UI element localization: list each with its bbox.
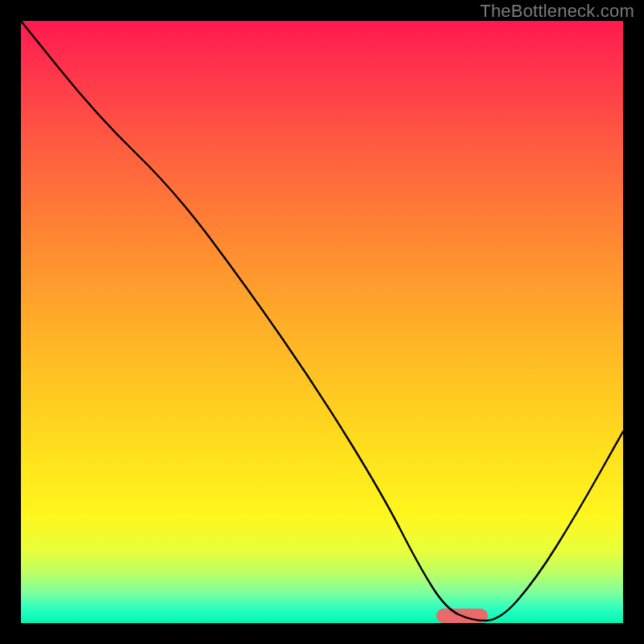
plot-area bbox=[21, 21, 623, 623]
watermark-text: TheBottleneck.com bbox=[480, 1, 634, 22]
bottleneck-curve bbox=[21, 21, 623, 623]
